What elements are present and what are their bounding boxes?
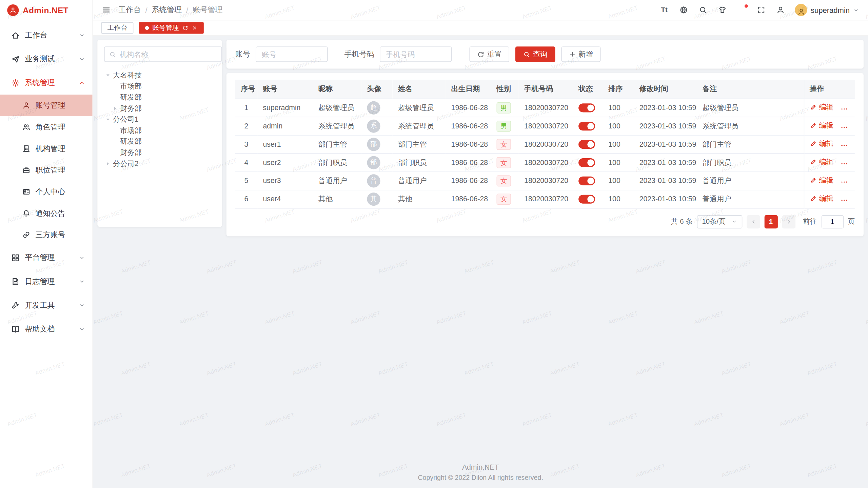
reset-button[interactable]: 重置 <box>469 46 509 62</box>
sidebar-item[interactable]: 工作台 <box>0 23 93 47</box>
org-tree-panel: 大名科技市场部研发部财务部分公司1市场部研发部财务部分公司2 <box>97 40 222 227</box>
tree-node[interactable]: 大名科技 <box>104 70 215 81</box>
cell-modified-time: 2023-01-03 10:59:44 <box>634 117 697 135</box>
add-button[interactable]: 新增 <box>561 46 601 62</box>
tree-caret-icon[interactable] <box>104 116 112 123</box>
tree-node-label: 大名科技 <box>113 70 142 80</box>
app-window: Admin.NET 工作台业务测试系统管理账号管理角色管理机构管理职位管理个人中… <box>0 0 868 488</box>
breadcrumb-item[interactable]: 工作台 <box>118 5 141 15</box>
language-icon[interactable] <box>679 5 688 15</box>
status-toggle[interactable] <box>578 195 595 203</box>
fullscreen-icon[interactable] <box>756 5 766 15</box>
breadcrumb-item[interactable]: 系统管理 <box>152 5 182 15</box>
row-more-button[interactable] <box>840 178 848 186</box>
status-toggle[interactable] <box>578 176 595 185</box>
cell-birthdate: 1986-06-28 <box>446 117 491 135</box>
sidebar-item[interactable]: 帮助文档 <box>0 317 93 341</box>
sidebar-subitem[interactable]: 账号管理 <box>0 95 93 116</box>
row-avatar: 超 <box>367 101 380 114</box>
tree-node[interactable]: 财务部 <box>104 147 215 158</box>
cell-index: 1 <box>235 99 257 117</box>
cell-status <box>573 190 603 208</box>
org-icon <box>22 144 30 152</box>
sidebar-item[interactable]: 平台管理 <box>0 246 93 269</box>
tools-icon <box>11 301 20 309</box>
edit-button[interactable]: 编辑 <box>810 121 833 130</box>
sidebar-subitem[interactable]: 通知公告 <box>0 203 93 224</box>
tab-refresh-icon[interactable] <box>182 25 188 31</box>
row-more-button[interactable] <box>840 105 848 113</box>
cell-modified-time: 2023-01-03 10:59:44 <box>634 190 697 208</box>
next-page-button[interactable] <box>782 215 795 228</box>
cell-account: admin <box>257 117 313 135</box>
page-number-button[interactable]: 1 <box>764 215 777 228</box>
row-more-button[interactable] <box>840 197 848 204</box>
status-toggle[interactable] <box>578 122 595 130</box>
pagination: 共 6 条 10条/页 1 前往 页 <box>235 215 855 228</box>
tree-caret-icon[interactable] <box>104 72 112 79</box>
cell-birthdate: 1986-06-28 <box>446 153 491 171</box>
sidebar-subitem[interactable]: 个人中心 <box>0 181 93 203</box>
font-size-icon[interactable]: Tt <box>659 5 669 15</box>
sidebar-item[interactable]: 系统管理 <box>0 71 93 95</box>
row-more-button[interactable] <box>840 160 848 168</box>
sidebar-subitem[interactable]: 职位管理 <box>0 159 93 181</box>
goto-page-input[interactable] <box>821 215 843 228</box>
edit-button[interactable]: 编辑 <box>810 157 833 167</box>
tree-caret-icon[interactable] <box>104 160 112 167</box>
cell-nickname: 部门主管 <box>313 135 361 153</box>
tree-node[interactable]: 市场部 <box>104 81 215 92</box>
tree-node[interactable]: 财务部 <box>104 103 215 114</box>
sidebar-subitem-label: 三方账号 <box>35 230 65 240</box>
breadcrumb-item[interactable]: 账号管理 <box>193 5 222 15</box>
tab[interactable]: 工作台 <box>101 22 134 34</box>
prev-page-button[interactable] <box>747 215 760 228</box>
notification-icon[interactable] <box>737 5 747 15</box>
status-toggle[interactable] <box>578 140 595 149</box>
row-avatar: 部 <box>367 138 380 151</box>
cell-actions: 编辑 <box>804 171 855 190</box>
cell-nickname: 超级管理员 <box>313 99 361 117</box>
row-more-button[interactable] <box>840 123 848 131</box>
phone-input[interactable] <box>380 46 452 62</box>
edit-label: 编辑 <box>819 102 833 112</box>
tab-close-icon[interactable] <box>192 25 198 31</box>
edit-button[interactable]: 编辑 <box>810 175 833 185</box>
tree-caret-icon[interactable] <box>111 105 119 112</box>
sidebar-subitem[interactable]: 机构管理 <box>0 138 93 160</box>
cell-phone: 18020030720 <box>519 190 573 208</box>
footer: Admin.NET Copyright © 2022 Dilon All rig… <box>97 463 864 485</box>
account-icon[interactable] <box>776 5 785 15</box>
table-header-cell: 修改时间 <box>634 80 697 99</box>
sidebar-item[interactable]: 日志管理 <box>0 269 93 293</box>
cell-order: 100 <box>603 135 634 153</box>
chevron-down-icon <box>853 7 859 13</box>
tree-node[interactable]: 分公司1 <box>104 114 215 125</box>
sidebar-item[interactable]: 开发工具 <box>0 293 93 317</box>
tab[interactable]: 账号管理 <box>139 22 204 34</box>
tree-node[interactable]: 市场部 <box>104 125 215 136</box>
status-toggle[interactable] <box>578 158 595 167</box>
search-label: 查询 <box>533 49 547 59</box>
search-button[interactable]: 查询 <box>515 46 555 62</box>
menu-collapse-button[interactable] <box>102 5 111 14</box>
status-toggle[interactable] <box>578 103 595 112</box>
page-size-select[interactable]: 10条/页 <box>697 215 742 228</box>
cell-status <box>573 99 603 117</box>
tree-node[interactable]: 研发部 <box>104 92 215 103</box>
org-search-input[interactable] <box>120 50 217 58</box>
user-menu[interactable]: superadmin <box>795 4 859 16</box>
search-icon[interactable] <box>698 5 708 15</box>
theme-icon[interactable] <box>718 5 727 15</box>
tree-node[interactable]: 分公司2 <box>104 158 215 169</box>
edit-label: 编辑 <box>819 121 833 130</box>
sidebar-item[interactable]: 业务测试 <box>0 47 93 71</box>
account-input[interactable] <box>256 46 328 62</box>
tree-node[interactable]: 研发部 <box>104 136 215 147</box>
sidebar-subitem[interactable]: 角色管理 <box>0 116 93 138</box>
edit-button[interactable]: 编辑 <box>810 194 833 203</box>
edit-button[interactable]: 编辑 <box>810 139 833 149</box>
row-more-button[interactable] <box>840 142 848 149</box>
edit-button[interactable]: 编辑 <box>810 102 833 112</box>
sidebar-subitem[interactable]: 三方账号 <box>0 224 93 246</box>
